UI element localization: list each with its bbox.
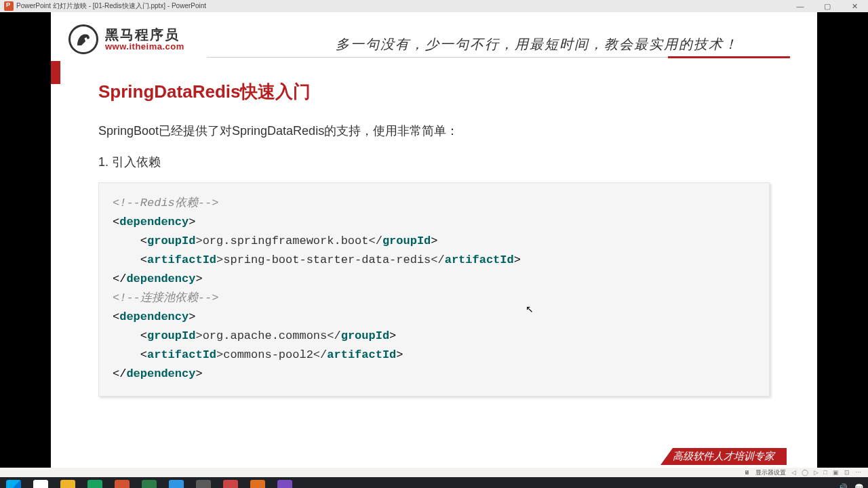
- taskbar-app-9[interactable]: [271, 477, 298, 488]
- brand-name-cn: 黑马程序员: [105, 27, 184, 42]
- display-settings-label[interactable]: 显示器设置: [755, 468, 786, 477]
- window-title: PowerPoint 幻灯片放映 - [01-Redis快速入门.pptx] -…: [16, 1, 206, 11]
- brand-url: www.itheima.com: [105, 42, 184, 52]
- window-controls: — ▢ ✕: [787, 0, 868, 12]
- slide-intro: SpringBoot已经提供了对SpringDataRedis的支持，使用非常简…: [98, 123, 770, 139]
- watermark-banner: 高级软件人才培训专家: [660, 448, 787, 465]
- slide-body: SpringDataRedis快速入门 SpringBoot已经提供了对Spri…: [98, 80, 770, 396]
- more-button[interactable]: ⋯: [855, 469, 861, 476]
- code-block: <!--Redis依赖--> <dependency> <groupId>org…: [98, 182, 770, 396]
- maximize-button[interactable]: ▢: [814, 0, 841, 12]
- close-button[interactable]: ✕: [841, 0, 868, 12]
- next-slide-button[interactable]: ▷: [814, 469, 818, 476]
- prev-slide-button[interactable]: ◁: [791, 469, 796, 476]
- mouse-cursor-icon: ↖: [526, 304, 534, 314]
- taskbar-app-0[interactable]: [27, 477, 54, 488]
- view-button-1[interactable]: □: [824, 469, 827, 476]
- start-button[interactable]: [0, 477, 27, 488]
- code-comment-redis: <!--Redis依赖-->: [113, 197, 218, 209]
- slide-content[interactable]: 黑马程序员 www.itheima.com 多一句没有，少一句不行，用最短时间，…: [51, 12, 817, 468]
- minimize-button[interactable]: —: [787, 0, 814, 12]
- monitor-settings-icon[interactable]: 🖥: [744, 469, 750, 476]
- taskbar-app-5[interactable]: [163, 477, 190, 488]
- taskbar-app-6[interactable]: [190, 477, 217, 488]
- red-side-tab: [51, 61, 60, 84]
- windows-taskbar: ︿ 🔊 💬: [0, 477, 868, 488]
- tray-expand-icon[interactable]: ︿: [824, 483, 831, 489]
- step-1-label: 1. 引入依赖: [98, 154, 770, 170]
- pen-tool-button[interactable]: ◯: [802, 469, 808, 476]
- taskbar-app-4[interactable]: [136, 477, 163, 488]
- left-black-bar: [0, 12, 51, 468]
- code-comment-pool: <!--连接池依赖-->: [113, 291, 218, 304]
- brand-tagline: 多一句没有，少一句不行，用最短时间，教会最实用的技术！: [336, 35, 738, 54]
- taskbar-app-1[interactable]: [54, 477, 81, 488]
- view-button-2[interactable]: ▣: [833, 469, 839, 476]
- taskbar-app-3[interactable]: [108, 477, 136, 488]
- right-black-bar: [817, 12, 868, 468]
- slideshow-stage: 黑马程序员 www.itheima.com 多一句没有，少一句不行，用最短时间，…: [0, 12, 868, 468]
- header-underline: [207, 57, 790, 58]
- volume-icon[interactable]: 🔊: [838, 483, 848, 489]
- window-titlebar: PowerPoint 幻灯片放映 - [01-Redis快速入门.pptx] -…: [0, 0, 868, 12]
- horse-logo-icon: [68, 24, 98, 54]
- powerpoint-icon: [4, 1, 14, 11]
- notifications-icon[interactable]: 💬: [854, 483, 864, 489]
- brand-logo: 黑马程序员 www.itheima.com: [68, 24, 184, 54]
- taskbar-app-8[interactable]: [244, 477, 271, 488]
- powerpoint-statusbar: 🖥 显示器设置 ◁ ◯ ▷ □ ▣ ⊡ ⋯: [0, 468, 868, 477]
- taskbar-app-7[interactable]: [217, 477, 244, 488]
- taskbar-app-2[interactable]: [81, 477, 108, 488]
- view-button-3[interactable]: ⊡: [844, 469, 850, 476]
- slide-heading: SpringDataRedis快速入门: [98, 80, 770, 104]
- system-tray: ︿ 🔊 💬: [824, 483, 864, 489]
